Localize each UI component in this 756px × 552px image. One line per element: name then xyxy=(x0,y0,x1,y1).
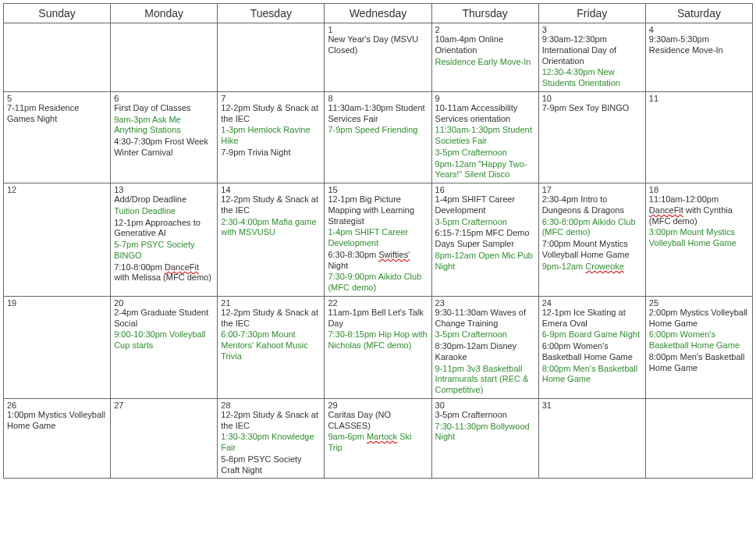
calendar-event: 2:30-4pm Intro to Dungeons & Dragons xyxy=(542,194,642,216)
calendar-event: 11am-1pm Bell Let's Talk Day xyxy=(328,308,428,329)
calendar-day-cell: 811:30am-1:30pm Student Services Fair7-9… xyxy=(325,91,431,183)
calendar-event: 8:30pm-12am Disney Karaoke xyxy=(435,341,535,363)
day-number: 10 xyxy=(542,94,642,103)
calendar-day-cell: 49:30am-5:30pm Residence Move-In xyxy=(645,23,752,92)
calendar-event: 1:00pm Mystics Volleyball Home Game xyxy=(7,410,107,432)
calendar-event: 6:00pm Women's Basketball Home Game xyxy=(542,341,642,363)
calendar-event: 6:30-8:30pm Swifties' Night xyxy=(328,250,428,272)
calendar-day-cell: 910-11am Accessibility Services orientat… xyxy=(431,91,538,183)
calendar-event: 9pm-12am "Happy Two-Years!" Silent Disco xyxy=(435,159,535,181)
calendar-event: 3:00pm Mount Mystics Volleyball Home Gam… xyxy=(649,227,749,249)
calendar-event: 3-5pm Crafternoon xyxy=(435,148,535,158)
calendar-event: 1-3pm Hemlock Ravine Hike xyxy=(221,125,321,147)
calendar-week-row: 57-11pm Residence Games Night6First Day … xyxy=(4,91,753,183)
calendar-event: 10am-4pm Online Orientation xyxy=(435,34,535,56)
spellcheck-squiggle: Martock xyxy=(367,432,397,441)
calendar-event: 9pm-12am Croweoke xyxy=(542,262,642,272)
weekday-header: Sunday xyxy=(4,4,111,23)
day-number: 31 xyxy=(542,401,642,410)
day-number: 1 xyxy=(328,25,428,34)
day-number: 13 xyxy=(114,185,214,194)
spellcheck-squiggle: DanceFit xyxy=(649,205,683,215)
calendar-day-cell xyxy=(111,23,218,92)
calendar-day-cell: 39:30am-12:30pm International Day of Ori… xyxy=(538,23,645,92)
day-number: 28 xyxy=(221,401,321,410)
calendar-week-row: 261:00pm Mystics Volleyball Home Game272… xyxy=(4,398,753,479)
day-number: 5 xyxy=(7,94,107,103)
calendar-day-cell xyxy=(645,398,752,479)
calendar-event: 6-9pm Board Game Night xyxy=(542,329,642,340)
calendar-event: 11:30am-1:30pm Student Services Fair xyxy=(328,103,428,125)
calendar-day-cell: 172:30-4pm Intro to Dungeons & Dragons6:… xyxy=(538,183,645,297)
calendar-day-cell: 712-2pm Study & Snack at the IEC1-3pm He… xyxy=(218,91,325,183)
calendar-event: 7-9pm Sex Toy BINGO xyxy=(542,103,642,114)
calendar-event: 6:15-7:15pm MFC Demo Days Super Sampler xyxy=(435,228,535,250)
calendar-day-cell xyxy=(4,23,111,92)
day-number: 8 xyxy=(328,94,428,103)
calendar-event: 9:00-10:30pm Volleyball Cup starts xyxy=(114,329,214,351)
day-number: 17 xyxy=(542,185,642,194)
calendar-day-cell: 1New Year's Day (MSVU Closed) xyxy=(325,23,431,92)
day-number: 18 xyxy=(649,185,749,194)
day-number: 4 xyxy=(649,25,749,34)
calendar-day-cell xyxy=(218,23,325,92)
day-number: 22 xyxy=(328,298,428,308)
weekday-header-row: SundayMondayTuesdayWednesdayThursdayFrid… xyxy=(4,4,753,23)
calendar-week-row: 1New Year's Day (MSVU Closed)210am-4pm O… xyxy=(4,23,753,92)
calendar-event: 6:30-8:00pm Aikido Club (MFC demo) xyxy=(542,217,642,239)
calendar-event: 2:00pm Mystics Volleyball Home Game xyxy=(649,308,749,329)
day-number: 19 xyxy=(7,298,107,308)
weekday-header: Monday xyxy=(111,4,218,23)
day-number: 14 xyxy=(221,185,321,194)
calendar-event: 11:10am-12:00pm DanceFit with Cynthia (M… xyxy=(649,194,749,226)
day-number: 3 xyxy=(542,25,642,34)
calendar-day-cell: 252:00pm Mystics Volleyball Home Game6:0… xyxy=(645,296,752,398)
calendar-event: 9:30-11:30am Waves of Change Training xyxy=(435,308,535,329)
calendar-event: 9:30am-12:30pm International Day of Orie… xyxy=(542,34,642,66)
spellcheck-squiggle: Croweoke xyxy=(585,262,624,271)
calendar-day-cell: 161-4pm SHIFT Career Development3-5pm Cr… xyxy=(431,183,538,297)
calendar-event: 3-5pm Crafternoon xyxy=(435,410,535,421)
calendar-event: 7-11pm Residence Games Night xyxy=(7,103,107,125)
calendar-event: 3-5pm Crafternoon xyxy=(435,329,535,340)
calendar-body: 1New Year's Day (MSVU Closed)210am-4pm O… xyxy=(4,23,753,479)
calendar-day-cell: 1412-2pm Study & Snack at the IEC2:30-4:… xyxy=(218,183,325,297)
calendar-event: 12-2pm Study & Snack at the IEC xyxy=(221,410,321,432)
spellcheck-squiggle: Swifties' xyxy=(378,250,410,259)
calendar-day-cell: 303-5pm Crafternoon7:30-11:30pm Bollywoo… xyxy=(431,398,538,479)
calendar-day-cell: 202-4pm Graduate Student Social9:00-10:3… xyxy=(111,296,218,398)
calendar-event: 2-4pm Graduate Student Social xyxy=(114,308,214,329)
calendar-day-cell: 107-9pm Sex Toy BINGO xyxy=(538,91,645,183)
calendar-event: 11:30am-1:30pm Student Societies Fair xyxy=(435,125,535,147)
calendar-day-cell: 19 xyxy=(4,296,111,398)
day-number: 24 xyxy=(542,298,642,308)
calendar-event: 9:30am-5:30pm Residence Move-In xyxy=(649,34,749,56)
calendar-event: 7:30-8:15pm Hip Hop with Nicholas (MFC d… xyxy=(328,329,428,351)
calendar-event: 7:10-8:00pm DanceFit with Melissa (MFC d… xyxy=(114,262,214,284)
calendar-event: 12-2pm Study & Snack at the IEC xyxy=(221,103,321,125)
calendar-event: 8:00pm Men's Basketball Home Game xyxy=(542,364,642,386)
calendar-event: 7:30-11:30pm Bollywood Night xyxy=(435,422,535,443)
calendar-day-cell: 210am-4pm Online OrientationResidence Ea… xyxy=(431,23,538,92)
calendar-event: 1-4pm SHIFT Career Development xyxy=(435,194,535,216)
calendar-day-cell: 239:30-11:30am Waves of Change Training3… xyxy=(431,296,538,398)
calendar-day-cell: 12 xyxy=(4,183,111,297)
weekday-header: Tuesday xyxy=(218,4,325,23)
calendar-day-cell: 11 xyxy=(645,91,752,183)
spellcheck-squiggle: DanceFit xyxy=(165,262,199,272)
calendar-event: New Year's Day (MSVU Closed) xyxy=(328,34,428,56)
calendar-event: Residence Early Move-In xyxy=(435,57,535,68)
day-number: 9 xyxy=(435,94,535,103)
calendar-day-cell: 1811:10am-12:00pm DanceFit with Cynthia … xyxy=(645,183,752,297)
weekday-header: Saturday xyxy=(645,4,752,23)
calendar-event: 12-2pm Study & Snack at the IEC xyxy=(221,308,321,329)
weekday-header: Thursday xyxy=(431,4,538,23)
calendar-event: 6:00pm Women's Basketball Home Game xyxy=(649,329,749,351)
weekday-header: Friday xyxy=(538,4,645,23)
day-number: 29 xyxy=(328,401,428,410)
calendar-day-cell: 13Add/Drop DeadlineTuition Deadline12-1p… xyxy=(111,183,218,297)
day-number: 20 xyxy=(114,298,214,308)
calendar-day-cell: 29Caritas Day (NO CLASSES)9am-6pm Martoc… xyxy=(325,398,431,479)
day-number: 23 xyxy=(435,298,535,308)
calendar-day-cell: 1512-1pm Big Picture Mapping with Learni… xyxy=(325,183,431,297)
